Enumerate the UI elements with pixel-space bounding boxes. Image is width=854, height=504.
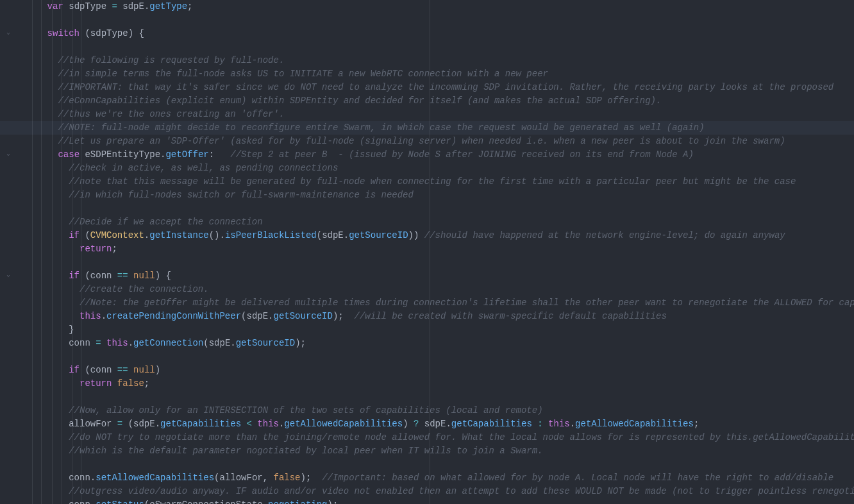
token-punc: } — [69, 324, 74, 335]
token-ret: return — [80, 244, 112, 254]
token-punc: ) { — [155, 271, 171, 281]
token-kw: var — [47, 1, 63, 12]
code-line[interactable]: //note that this message will be generat… — [26, 175, 854, 189]
fold-icon[interactable]: ⌄ — [6, 29, 13, 36]
code-line[interactable] — [26, 40, 854, 54]
token-kw: if — [69, 271, 80, 281]
token-kw: this — [257, 419, 279, 429]
code-line[interactable]: return false; — [26, 377, 854, 391]
token-const: null — [133, 365, 155, 375]
token-op: < — [247, 419, 252, 429]
token-cmt: //eConnCapabilities (explicit enum) with… — [58, 96, 661, 106]
code-line[interactable] — [26, 350, 854, 364]
token-punc: ( — [80, 28, 90, 38]
token-var: sdpE — [133, 419, 155, 429]
token-punc: ( — [80, 365, 90, 375]
code-line[interactable] — [26, 256, 854, 269]
code-line[interactable] — [26, 202, 854, 215]
code-line[interactable]: } — [26, 323, 854, 337]
token-punc — [543, 419, 548, 429]
code-line[interactable]: conn = this.getConnection(sdpE.getSource… — [26, 337, 854, 350]
token-prop: getCapabilities — [451, 419, 532, 429]
code-line[interactable]: if (CVMContext.getInstance().isPeerBlack… — [26, 229, 854, 242]
code-line[interactable] — [26, 391, 854, 404]
code-line[interactable]: //in simple terms the full-node asks US … — [26, 67, 854, 81]
code-area[interactable]: var sdpType = sdpE.getType; switch (sdpT… — [23, 0, 854, 504]
fold-icon[interactable]: ⌄ — [6, 151, 13, 157]
fold-icon[interactable]: ⌄ — [6, 272, 13, 278]
token-cmt: //will be created with swarm-specific de… — [355, 311, 667, 321]
code-line[interactable]: case eSDPEntityType.getOffer: //Step 2 a… — [26, 148, 854, 162]
code-line[interactable]: //Decide if we accept the connection — [26, 215, 854, 229]
code-line[interactable]: //which is the default parameter nogotia… — [26, 444, 854, 458]
token-punc — [117, 1, 122, 12]
code-line[interactable]: //IMPORTANT: that way it's safer since w… — [26, 81, 854, 94]
code-line[interactable]: //thus we're the ones creating an 'offer… — [26, 108, 854, 121]
code-line[interactable]: var sdpType = sdpE.getType; — [26, 0, 854, 13]
token-punc: ); — [295, 338, 306, 348]
token-punc: . — [101, 311, 106, 321]
token-ret: return — [80, 378, 112, 389]
code-line[interactable]: //Let us prepare an 'SDP-Offer' (asked f… — [26, 135, 854, 148]
code-line[interactable]: //eConnCapabilities (explicit enum) with… — [26, 94, 854, 108]
code-line[interactable] — [26, 458, 854, 471]
token-punc: ) — [155, 365, 160, 375]
code-line[interactable]: conn.setStatus(eSwarmConnectionState.neg… — [26, 498, 854, 504]
code-line[interactable]: this.createPendingConnWithPeer(sdpE.getS… — [26, 310, 854, 323]
code-line[interactable]: //outgress video/audio anyway. IF audio … — [26, 485, 854, 498]
code-line[interactable]: //in which full-nodes switch or full-swa… — [26, 189, 854, 202]
token-cmt: //which is the default parameter nogotia… — [69, 446, 542, 456]
token-var: sdpE — [122, 1, 144, 12]
token-punc — [241, 419, 246, 429]
token-op: == — [117, 365, 128, 375]
code-line[interactable]: //Note: the getOffer might be delivered … — [26, 296, 854, 310]
token-var: conn — [69, 338, 90, 348]
token-cmt: //in which full-nodes switch or full-swa… — [69, 190, 414, 200]
token-var: conn — [69, 473, 90, 483]
token-var: conn — [69, 500, 90, 504]
token-cmt: //Important: based on what allowed for b… — [322, 473, 833, 483]
code-line[interactable]: //check in active, as well, as pending c… — [26, 162, 854, 175]
code-editor[interactable]: ⌄⌄⌄ var sdpType = sdpE.getType; switch (… — [0, 0, 854, 504]
token-var: allowFor — [219, 473, 262, 483]
token-prop: getConnection — [133, 338, 203, 348]
code-line[interactable]: //create the connection. — [26, 283, 854, 296]
token-punc: . — [344, 230, 349, 240]
token-punc — [128, 271, 133, 281]
token-kw: if — [69, 230, 80, 240]
token-punc: (). — [209, 230, 225, 240]
code-line[interactable]: allowFor = (sdpE.getCapabilities < this.… — [26, 417, 854, 431]
code-line[interactable]: //the following is requested by full-nod… — [26, 54, 854, 67]
code-line[interactable]: return; — [26, 242, 854, 256]
token-cmt: //Let us prepare an 'SDP-Offer' (asked f… — [58, 136, 785, 146]
token-prop: getOffer — [165, 149, 208, 160]
token-punc: ); — [328, 500, 339, 504]
token-op: : — [537, 419, 542, 429]
token-punc: , — [263, 473, 274, 483]
code-line[interactable] — [26, 13, 854, 27]
token-punc: ); — [301, 473, 322, 483]
token-prop: getAllowedCapabilities — [575, 419, 694, 429]
code-line[interactable]: switch (sdpType) { — [26, 27, 854, 40]
token-punc: ( — [144, 500, 149, 504]
token-var: conn — [90, 365, 112, 375]
token-punc: . — [155, 419, 160, 429]
token-op: = — [117, 419, 122, 429]
token-op: = — [112, 1, 117, 12]
code-line[interactable]: if (conn == null) — [26, 364, 854, 377]
code-line[interactable]: //NOTE: full-node might decide to reconf… — [26, 121, 854, 135]
token-cmt: //note that this message will be generat… — [69, 176, 796, 187]
token-kw: switch — [47, 28, 80, 38]
token-cmt: //do NOT try to negotiate more than the … — [69, 432, 854, 442]
token-op: == — [117, 271, 128, 281]
token-kw: this — [106, 338, 128, 348]
code-line[interactable]: //do NOT try to negotiate more than the … — [26, 431, 854, 444]
code-line[interactable]: //Now, allow only for an INTERSECTION of… — [26, 404, 854, 417]
gutter[interactable]: ⌄⌄⌄ — [0, 0, 23, 504]
code-line[interactable]: conn.setAllowedCapabilities(allowFor, fa… — [26, 471, 854, 485]
token-cmt: //NOTE: full-node might decide to reconf… — [58, 122, 704, 133]
token-var: eSDPEntityType — [85, 149, 160, 160]
token-cmt: //check in active, as well, as pending c… — [69, 163, 338, 173]
code-line[interactable]: if (conn == null) { — [26, 269, 854, 283]
token-prop: getAllowedCapabilities — [284, 419, 403, 429]
